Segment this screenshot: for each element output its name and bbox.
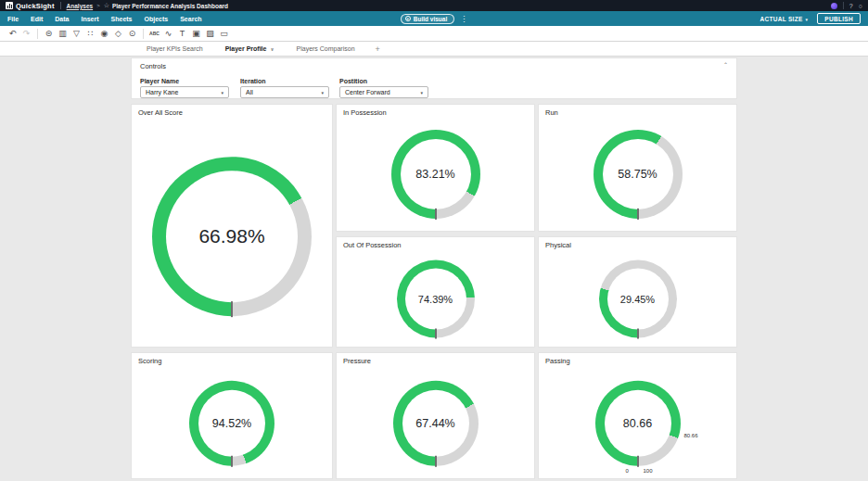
gauge-card-run[interactable]: Run58.75%	[538, 104, 737, 232]
gauge-axis-max: 100	[644, 467, 653, 473]
build-visual-icon: ✦	[405, 16, 411, 21]
tab-player-kpis-search[interactable]: Player KPIs Search	[135, 42, 214, 56]
gauge-value: 29.45%	[599, 294, 677, 305]
trend-line-icon[interactable]: ∿	[161, 29, 175, 38]
controls-panel: Controls ⌃ Player NameHarry Kane▾Iterati…	[131, 57, 737, 99]
dropdown-value: Center Forward	[345, 89, 390, 95]
pin-icon[interactable]: ◉	[97, 29, 111, 38]
menu-search[interactable]: Search	[180, 16, 201, 22]
undo-icon[interactable]: ↶	[6, 29, 19, 38]
gauge-value: 74.39%	[397, 294, 475, 305]
menu-bar: FileEditDataInsertSheetsObjectsSearch ✦ …	[0, 11, 868, 26]
gauge-start-tick	[435, 209, 437, 220]
control-label: Iteration	[240, 78, 329, 84]
title-text-icon[interactable]: T	[175, 29, 189, 38]
gauge-overall: 66.98%	[152, 157, 312, 316]
dropdown-postition[interactable]: Center Forward▾	[339, 86, 428, 98]
gauge-run: 58.75%	[594, 130, 683, 219]
top-app-bar: QuickSight Analyses > ☆ Player Performan…	[0, 0, 868, 11]
gauge-title: Run	[545, 108, 558, 117]
gauge-passing: 80.66010080.66	[595, 380, 681, 465]
chevron-down-icon: ▾	[420, 90, 423, 95]
build-visual-button[interactable]: ✦ Build visual	[401, 14, 454, 24]
chevron-down-icon: ▾	[221, 90, 223, 95]
gauge-value: 83.21%	[391, 168, 480, 181]
gauge-out_of_possession: 74.39%	[397, 260, 475, 338]
dataset-icon[interactable]: ⊜	[42, 29, 56, 38]
user-account-icon[interactable]: ○	[859, 3, 862, 9]
dropdown-value: Harry Kane	[146, 89, 178, 95]
control-label: Postition	[339, 78, 428, 84]
dropdown-value: All	[246, 89, 253, 95]
q-assistant-icon[interactable]	[831, 3, 837, 9]
edit-toolbar: ↶↷⊜▥▽∷◉◇⊙ABC∿T▣▨▭	[0, 26, 868, 42]
gauge-card-overall[interactable]: Over All Score66.98%	[131, 104, 333, 348]
gauge-value: 94.52%	[189, 416, 274, 429]
gauge-title: In Possession	[343, 108, 387, 117]
gauge-physical: 29.45%	[599, 260, 677, 338]
gauge-card-physical[interactable]: Physical29.45%	[538, 236, 737, 348]
gauge-start-tick	[231, 455, 233, 466]
favorite-star-icon[interactable]: ☆	[104, 2, 109, 9]
dropdown-player-name[interactable]: Harry Kane▾	[140, 86, 229, 98]
dashboard-grid: Over All Score66.98%In Possession83.21%R…	[131, 104, 737, 479]
chevron-down-icon: ▾	[806, 17, 809, 22]
menu-file[interactable]: File	[7, 16, 19, 22]
gauge-title: Over All Score	[138, 108, 183, 117]
menu-sheets[interactable]: Sheets	[111, 16, 133, 22]
image-icon[interactable]: ▨	[203, 29, 217, 38]
controls-title: Controls	[140, 62, 166, 70]
gauge-value: 66.98%	[152, 225, 312, 247]
add-sheet-button[interactable]: +	[366, 44, 389, 54]
gauge-start-tick	[637, 329, 639, 339]
gauge-scoring: 94.52%	[189, 380, 274, 465]
themes-icon[interactable]: ◇	[111, 29, 125, 38]
control-box-icon[interactable]: ▭	[217, 29, 231, 38]
gauge-value: 58.75%	[594, 168, 683, 181]
gauge-card-in_possession[interactable]: In Possession83.21%	[336, 104, 535, 232]
text-abc-icon[interactable]: ABC	[147, 31, 161, 36]
gauge-card-pressure[interactable]: Pressure67.44%	[336, 352, 535, 479]
gauge-card-scoring[interactable]: Scoring94.52%	[131, 352, 333, 479]
breadcrumb-analyses-link[interactable]: Analyses	[67, 3, 94, 9]
kebab-menu-icon[interactable]: ⋮	[460, 15, 467, 23]
menu-insert[interactable]: Insert	[81, 16, 98, 22]
clock-icon[interactable]: ⊙	[125, 29, 139, 38]
divider	[37, 29, 38, 39]
gauge-start-tick	[637, 209, 639, 220]
control-label: Player Name	[140, 78, 229, 84]
gauge-title: Passing	[545, 357, 570, 365]
tab-player-profile[interactable]: Player Profile∨	[214, 42, 286, 56]
collapse-chevron-icon[interactable]: ⌃	[723, 61, 728, 68]
chevron-down-icon: ▾	[321, 90, 324, 95]
gauge-title: Scoring	[138, 357, 161, 365]
gauge-title: Out Of Possession	[343, 241, 402, 249]
visual-frame-icon[interactable]: ▣	[189, 29, 203, 38]
chevron-down-icon[interactable]: ∨	[270, 46, 274, 52]
build-visual-label: Build visual	[414, 16, 447, 22]
gauge-card-out_of_possession[interactable]: Out Of Possession74.39%	[336, 236, 535, 348]
divider	[143, 29, 144, 39]
filter-icon[interactable]: ▽	[70, 29, 83, 38]
sheet-tab-strip: Player KPIs SearchPlayer Profile∨Players…	[0, 42, 868, 57]
gauge-value: 67.44%	[393, 416, 479, 429]
actual-size-dropdown[interactable]: ACTUAL SIZE▾	[760, 16, 808, 22]
add-visual-icon[interactable]: ▥	[56, 29, 70, 38]
gauge-in_possession: 83.21%	[391, 130, 480, 219]
analysis-title: Player Performance Analysis Dashboard	[112, 3, 228, 9]
tab-players-comparison[interactable]: Players Comparison	[286, 42, 366, 56]
help-icon[interactable]: ?	[849, 3, 853, 9]
gauge-pressure: 67.44%	[393, 380, 479, 465]
menu-data[interactable]: Data	[55, 16, 69, 22]
menu-objects[interactable]: Objects	[145, 16, 169, 22]
gauge-card-passing[interactable]: Passing80.66010080.66	[538, 352, 737, 479]
menu-edit[interactable]: Edit	[31, 16, 43, 22]
control-postition: PostitionCenter Forward▾	[339, 78, 428, 98]
gauge-start-tick	[435, 329, 437, 339]
dropdown-iteration[interactable]: All▾	[240, 86, 329, 98]
parameters-icon[interactable]: ∷	[83, 29, 97, 38]
publish-button[interactable]: PUBLISH	[817, 13, 861, 24]
brand-name: QuickSight	[16, 2, 55, 10]
control-iteration: IterationAll▾	[240, 78, 329, 98]
control-player-name: Player NameHarry Kane▾	[140, 78, 229, 98]
